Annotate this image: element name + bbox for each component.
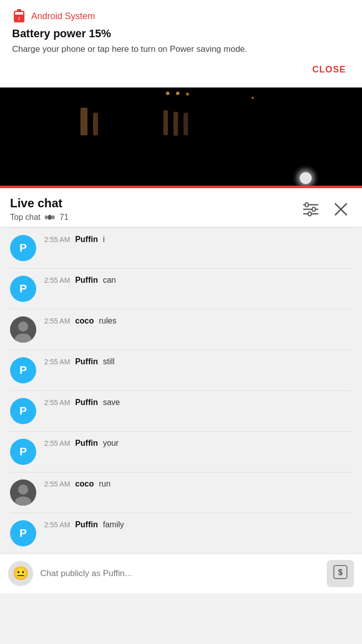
chat-header-left: Live chat Top chat 71: [10, 196, 68, 222]
message-content: 2:55 AMPuffini: [44, 235, 105, 244]
message-author: Puffin: [75, 235, 98, 244]
message-author: Puffin: [75, 398, 98, 407]
stage-light: [186, 93, 189, 96]
battery-body: Charge your phone or tap here to turn on…: [12, 43, 350, 55]
svg-point-19: [18, 485, 28, 495]
top-chat-label: Top chat: [10, 213, 40, 222]
video-player[interactable]: [0, 88, 362, 188]
svg-point-6: [52, 215, 55, 219]
chat-message: P2:55 AMPuffinyour: [0, 432, 362, 472]
message-content: 2:55 AMcocorun: [44, 479, 111, 489]
avatar: P: [10, 276, 36, 302]
message-author: Puffin: [75, 520, 98, 529]
message-author: coco: [75, 479, 94, 489]
top-chat-row: Top chat 71: [10, 213, 68, 222]
svg-rect-12: [308, 212, 311, 216]
svg-rect-10: [305, 203, 308, 207]
svg-point-5: [45, 215, 48, 219]
message-time: 2:55 AM: [44, 317, 70, 325]
notification-bar: ! Android System Battery power 15% Charg…: [0, 0, 362, 88]
avatar: P: [10, 439, 36, 465]
notification-header: ! Android System: [12, 9, 350, 23]
message-content: 2:55 AMPuffinsave: [44, 398, 120, 407]
avatar: P: [10, 235, 36, 261]
video-progress-bar: [0, 186, 362, 188]
notification-close-button[interactable]: CLOSE: [308, 62, 350, 77]
message-text: your: [103, 439, 119, 448]
battery-headline: Battery power 15%: [12, 27, 350, 40]
svg-point-16: [18, 321, 28, 332]
stage-light: [176, 92, 179, 95]
svg-text:$: $: [338, 568, 343, 577]
chat-message: P2:55 AMPuffincan: [0, 269, 362, 309]
chat-message: P2:55 AMPuffinstill: [0, 350, 362, 390]
viewer-count: 71: [59, 213, 68, 222]
message-content: 2:55 AMcocorules: [44, 316, 116, 326]
video-figure: [80, 108, 87, 135]
spotlight: [300, 172, 312, 184]
filter-icon: [302, 202, 319, 217]
svg-point-4: [48, 215, 52, 220]
message-text: can: [103, 276, 116, 285]
avatar: P: [10, 398, 36, 424]
chat-message: 2:55 AMcocorun: [0, 472, 362, 513]
message-content: 2:55 AMPuffinstill: [44, 357, 115, 366]
message-author: Puffin: [75, 276, 98, 285]
message-time: 2:55 AM: [44, 480, 70, 488]
filter-button[interactable]: [300, 198, 322, 220]
svg-text:!: !: [19, 16, 20, 21]
close-icon: [333, 202, 348, 217]
chat-message: P2:55 AMPuffinsave: [0, 391, 362, 431]
message-time: 2:55 AM: [44, 358, 70, 366]
avatar: P: [10, 520, 36, 546]
close-chat-button[interactable]: [330, 198, 352, 220]
chat-header-icons: [300, 196, 352, 220]
message-text: run: [99, 479, 111, 489]
message-text: save: [103, 398, 120, 407]
message-text: family: [103, 520, 124, 529]
svg-rect-2: [15, 12, 23, 15]
message-time: 2:55 AM: [44, 276, 70, 284]
stage-light: [251, 97, 254, 99]
message-author: Puffin: [75, 357, 98, 366]
message-content: 2:55 AMPuffinyour: [44, 439, 119, 448]
message-author: coco: [75, 316, 94, 326]
avatar: [10, 316, 36, 343]
message-time: 2:55 AM: [44, 439, 70, 447]
message-text: i: [103, 235, 105, 244]
chat-message: P2:55 AMPuffinfamily: [0, 513, 362, 553]
chat-input-bar: 😐 $: [0, 553, 362, 593]
video-figure: [93, 113, 98, 135]
video-figure: [173, 112, 178, 136]
stage-light: [166, 92, 169, 95]
message-content: 2:55 AMPuffincan: [44, 276, 116, 285]
superchat-button[interactable]: $: [327, 560, 354, 587]
emoji-button[interactable]: 😐: [8, 561, 33, 586]
avatar: [10, 479, 36, 506]
message-time: 2:55 AM: [44, 521, 70, 529]
superchat-icon: $: [333, 565, 347, 582]
chat-input[interactable]: [40, 569, 320, 579]
chat-messages-list: P2:55 AMPuffiniP2:55 AMPuffincan2:55 AMc…: [0, 228, 362, 553]
message-author: Puffin: [75, 439, 98, 448]
video-figure: [184, 113, 188, 135]
message-text: rules: [99, 316, 117, 326]
battery-icon: !: [12, 9, 26, 23]
avatar: P: [10, 357, 36, 383]
svg-rect-1: [17, 9, 21, 12]
live-chat-title: Live chat: [10, 196, 68, 211]
chat-header: Live chat Top chat 71: [0, 188, 362, 227]
chat-message: 2:55 AMcocorules: [0, 309, 362, 350]
message-content: 2:55 AMPuffinfamily: [44, 520, 124, 529]
chat-message: P2:55 AMPuffini: [0, 228, 362, 268]
video-figure: [163, 110, 168, 135]
message-time: 2:55 AM: [44, 235, 70, 244]
message-text: still: [103, 357, 115, 366]
notification-title: Android System: [31, 11, 95, 22]
message-time: 2:55 AM: [44, 398, 70, 407]
svg-rect-11: [312, 207, 315, 211]
viewer-icon: [44, 213, 55, 221]
emoji-icon: 😐: [13, 566, 29, 581]
